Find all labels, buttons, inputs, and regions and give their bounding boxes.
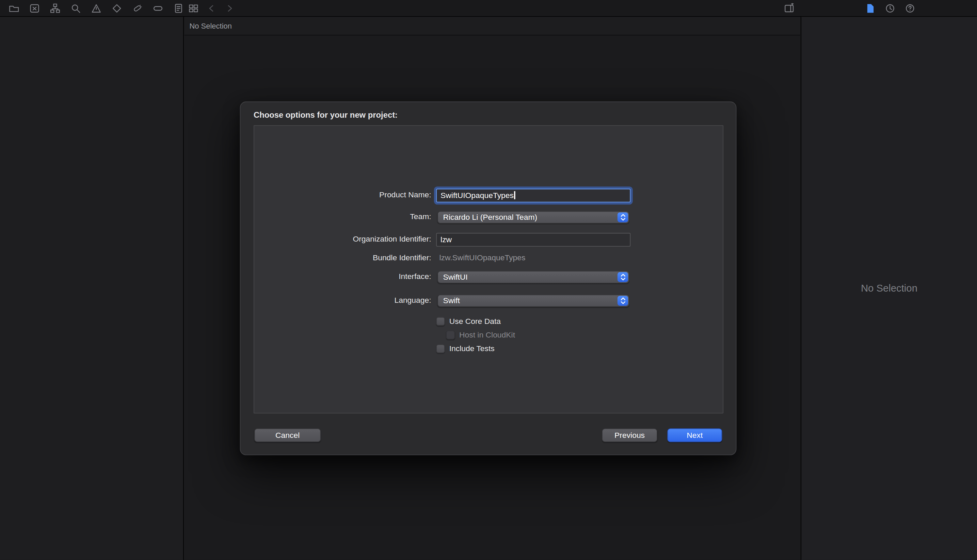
- popup-stepper-icon: [618, 212, 628, 222]
- language-popup[interactable]: Swift: [438, 295, 630, 307]
- history-clock-icon[interactable]: [885, 3, 895, 13]
- use-core-data-checkbox[interactable]: [436, 317, 445, 326]
- cancel-button[interactable]: Cancel: [254, 428, 321, 442]
- team-label: Team:: [254, 212, 431, 221]
- grid-icon[interactable]: [188, 3, 199, 13]
- popup-stepper-icon: [618, 296, 628, 305]
- use-core-data-row: Use Core Data: [436, 317, 501, 326]
- chevron-forward-icon[interactable]: [224, 3, 235, 13]
- use-core-data-label: Use Core Data: [449, 317, 501, 326]
- interface-popup[interactable]: SwiftUI: [438, 271, 630, 283]
- folder-icon[interactable]: [9, 3, 19, 13]
- include-tests-label: Include Tests: [449, 344, 494, 353]
- diamond-icon[interactable]: [112, 3, 122, 13]
- spray-icon[interactable]: [132, 3, 143, 13]
- previous-button[interactable]: Previous: [602, 428, 657, 442]
- editor-nav-group: [188, 0, 235, 17]
- host-in-cloudkit-label: Host in CloudKit: [459, 331, 515, 340]
- host-in-cloudkit-row: Host in CloudKit: [446, 331, 515, 340]
- bundle-identifier-value: lzw.SwiftUIOpaqueTypes: [439, 253, 525, 262]
- popup-stepper-icon: [618, 272, 628, 282]
- close-square-icon[interactable]: [29, 3, 40, 13]
- product-name-label: Product Name:: [254, 190, 431, 199]
- host-in-cloudkit-checkbox: [446, 331, 455, 340]
- organization-identifier-input[interactable]: lzw: [436, 233, 630, 247]
- dialog-title: Choose options for your new project:: [254, 110, 397, 119]
- bundle-identifier-label: Bundle Identifier:: [254, 253, 431, 262]
- report-doc-icon[interactable]: [173, 3, 184, 13]
- jump-bar[interactable]: No Selection: [184, 17, 800, 35]
- organization-identifier-label: Organization Identifier:: [254, 235, 431, 243]
- search-icon[interactable]: [70, 3, 81, 13]
- xcode-window: No Selection No Selection Choose options…: [0, 0, 977, 560]
- product-name-input[interactable]: SwiftUIOpaqueTypes: [436, 189, 630, 202]
- text-cursor: [514, 191, 515, 199]
- capsule-icon[interactable]: [152, 3, 163, 13]
- file-inspector-icon[interactable]: [865, 3, 875, 13]
- hierarchy-icon[interactable]: [50, 3, 60, 13]
- warning-triangle-icon[interactable]: [91, 3, 102, 13]
- include-tests-row: Include Tests: [436, 344, 494, 353]
- options-form-panel: Product Name: SwiftUIOpaqueTypes Team: R…: [254, 125, 723, 413]
- inspector-empty-text: No Selection: [861, 283, 917, 294]
- add-editor-icon[interactable]: [784, 3, 795, 13]
- next-button[interactable]: Next: [667, 428, 722, 442]
- navigator-icon-group: [9, 0, 184, 17]
- toolbar: [0, 0, 977, 17]
- language-label: Language:: [254, 296, 431, 305]
- chevron-back-icon[interactable]: [206, 3, 217, 13]
- interface-label: Interface:: [254, 272, 431, 281]
- help-icon[interactable]: [905, 3, 915, 13]
- jump-bar-text: No Selection: [189, 22, 232, 30]
- include-tests-checkbox[interactable]: [436, 344, 445, 353]
- inspector-panel: No Selection: [801, 17, 977, 560]
- add-editor-group: [784, 0, 795, 17]
- new-project-options-dialog: Choose options for your new project: Pro…: [240, 102, 737, 455]
- inspector-icon-group: [865, 0, 915, 17]
- navigator-sidebar: [0, 17, 184, 560]
- team-popup[interactable]: Ricardo Li (Personal Team): [438, 211, 630, 223]
